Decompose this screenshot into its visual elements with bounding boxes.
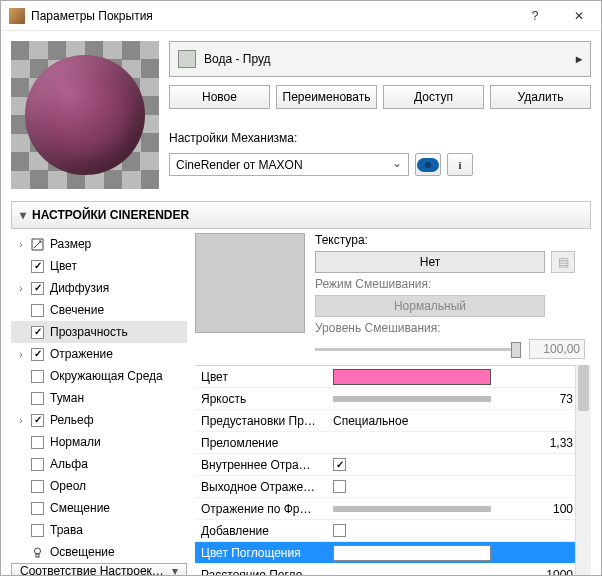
delete-button[interactable]: Удалить: [490, 85, 591, 109]
property-row[interactable]: Яркость73: [195, 387, 591, 409]
property-row[interactable]: Цвет Поглощения: [195, 541, 591, 563]
channel-checkbox[interactable]: [31, 414, 44, 427]
access-button[interactable]: Доступ: [383, 85, 484, 109]
expander-icon[interactable]: ›: [15, 349, 27, 360]
tree-item[interactable]: Прозрачность: [11, 321, 187, 343]
rename-button[interactable]: Переименовать: [276, 85, 377, 109]
properties-scrollbar[interactable]: [575, 365, 591, 576]
engine-preview-button[interactable]: [415, 153, 441, 176]
window-title: Параметры Покрытия: [31, 9, 513, 23]
channel-checkbox[interactable]: [31, 260, 44, 273]
tree-item[interactable]: ›Рельеф: [11, 409, 187, 431]
close-button[interactable]: ✕: [557, 1, 601, 31]
texture-browse-button[interactable]: ▤: [551, 251, 575, 273]
help-button[interactable]: ?: [513, 1, 557, 31]
tree-item-label: Освещение: [50, 545, 115, 559]
blend-level-label: Уровень Смешивания:: [315, 321, 585, 335]
channel-checkbox[interactable]: [31, 282, 44, 295]
channel-checkbox[interactable]: [31, 524, 44, 537]
property-value[interactable]: 1,33: [333, 436, 573, 450]
property-row[interactable]: Расстояние Погло…1000: [195, 563, 591, 576]
channel-checkbox[interactable]: [31, 348, 44, 361]
new-button[interactable]: Новое: [169, 85, 270, 109]
color-swatch[interactable]: [333, 369, 491, 385]
eye-icon: [417, 158, 439, 172]
info-icon: i: [458, 159, 461, 171]
tree-item[interactable]: ›Размер: [11, 233, 187, 255]
property-value[interactable]: 1000: [333, 568, 573, 577]
property-value[interactable]: [333, 480, 573, 493]
property-row[interactable]: Добавление: [195, 519, 591, 541]
light-icon: [31, 546, 44, 559]
expander-icon[interactable]: ›: [15, 283, 27, 294]
property-value[interactable]: 100: [333, 502, 573, 516]
property-checkbox[interactable]: [333, 480, 346, 493]
property-value[interactable]: Специальное: [333, 414, 573, 428]
tree-item[interactable]: Свечение: [11, 299, 187, 321]
tree-item[interactable]: Окружающая Среда: [11, 365, 187, 387]
material-name-bar[interactable]: Вода - Пруд ▸: [169, 41, 591, 77]
tree-item[interactable]: Нормали: [11, 431, 187, 453]
property-label: Преломление: [195, 436, 333, 450]
property-row[interactable]: Внутреннее Отра…: [195, 453, 591, 475]
tree-item[interactable]: Трава: [11, 519, 187, 541]
channel-checkbox[interactable]: [31, 304, 44, 317]
expander-icon[interactable]: ›: [15, 239, 27, 250]
property-value[interactable]: [333, 545, 573, 561]
channel-checkbox[interactable]: [31, 370, 44, 383]
color-swatch[interactable]: [333, 545, 491, 561]
value-bar[interactable]: [333, 506, 491, 512]
tree-item[interactable]: Туман: [11, 387, 187, 409]
property-value[interactable]: 73: [333, 392, 573, 406]
tree-item[interactable]: ›Диффузия: [11, 277, 187, 299]
tree-item[interactable]: Альфа: [11, 453, 187, 475]
channel-checkbox[interactable]: [31, 436, 44, 449]
channel-checkbox[interactable]: [31, 392, 44, 405]
match-settings-button[interactable]: Соответствие Настроек… ▾: [11, 563, 187, 576]
svg-rect-1: [36, 554, 39, 557]
property-value[interactable]: [333, 524, 573, 537]
tree-item[interactable]: Освещение: [11, 541, 187, 563]
property-checkbox[interactable]: [333, 524, 346, 537]
collapse-icon: [20, 208, 26, 222]
engine-select[interactable]: CineRender от MAXON: [169, 153, 409, 176]
material-swatch: [178, 50, 196, 68]
tree-item-label: Рельеф: [50, 413, 94, 427]
cinerender-section-header[interactable]: НАСТРОЙКИ CINERENDER: [11, 201, 591, 229]
property-checkbox[interactable]: [333, 458, 346, 471]
blend-mode-label: Режим Смешивания:: [315, 277, 585, 291]
blend-level-slider: [315, 340, 521, 358]
property-row[interactable]: Отражение по Фр…100: [195, 497, 591, 519]
tree-item[interactable]: ›Отражение: [11, 343, 187, 365]
material-menu-arrow-icon[interactable]: ▸: [576, 52, 582, 66]
tree-item-label: Диффузия: [50, 281, 109, 295]
property-value[interactable]: [333, 369, 573, 385]
tree-item[interactable]: Смещение: [11, 497, 187, 519]
tree-item-label: Ореол: [50, 479, 86, 493]
texture-none-button[interactable]: Нет: [315, 251, 545, 273]
tree-item-label: Цвет: [50, 259, 77, 273]
texture-preview[interactable]: [195, 233, 305, 333]
tree-item[interactable]: Ореол: [11, 475, 187, 497]
property-text: Специальное: [333, 414, 408, 428]
value-bar[interactable]: [333, 396, 491, 402]
tree-item-label: Отражение: [50, 347, 113, 361]
property-number: 1,33: [513, 436, 573, 450]
channel-checkbox[interactable]: [31, 326, 44, 339]
property-row[interactable]: Цвет: [195, 365, 591, 387]
channel-checkbox[interactable]: [31, 458, 44, 471]
texture-label: Текстура:: [315, 233, 368, 247]
properties-list: ЦветЯркость73Предустановки Пр…Специально…: [195, 365, 591, 576]
expander-icon[interactable]: ›: [15, 415, 27, 426]
scrollbar-thumb[interactable]: [578, 365, 589, 411]
channel-checkbox[interactable]: [31, 480, 44, 493]
property-row[interactable]: Преломление1,33: [195, 431, 591, 453]
property-row[interactable]: Предустановки Пр…Специальное: [195, 409, 591, 431]
tree-item[interactable]: Цвет: [11, 255, 187, 277]
channel-checkbox[interactable]: [31, 502, 44, 515]
property-label: Отражение по Фр…: [195, 502, 333, 516]
tree-item-label: Трава: [50, 523, 83, 537]
property-row[interactable]: Выходное Отраже…: [195, 475, 591, 497]
engine-info-button[interactable]: i: [447, 153, 473, 176]
property-value[interactable]: [333, 458, 573, 471]
